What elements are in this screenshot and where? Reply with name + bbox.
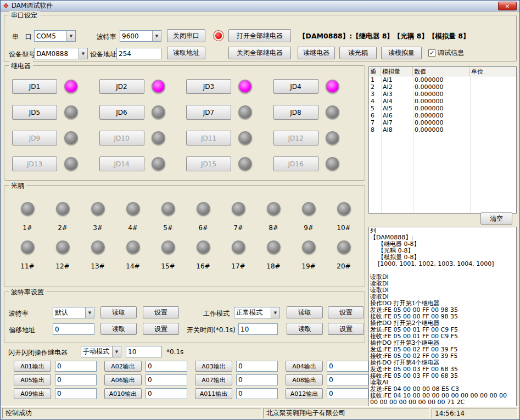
opto-cell: 11# — [10, 234, 45, 270]
relay-button-jd4[interactable]: JD4 — [273, 79, 318, 94]
ao-value-input[interactable] — [146, 388, 187, 399]
ao-button-a06输出[interactable]: A06输出 — [104, 374, 142, 385]
ao-value-input[interactable] — [146, 361, 187, 372]
relay-indicator — [238, 105, 252, 119]
read-opto-button[interactable]: 读光耦 — [339, 47, 377, 59]
analog-table[interactable]: 通 模拟量 数值 单位 1AI10.0000002AI20.0000003AI3… — [368, 66, 517, 214]
chevron-down-icon: ▼ — [152, 31, 161, 41]
baud-read-button[interactable]: 读取 — [100, 306, 137, 318]
table-row: 2AI20.000000 — [369, 83, 516, 91]
opto-label: 14# — [126, 262, 139, 270]
ao-value-input[interactable] — [146, 374, 187, 385]
ao-button-a05输出[interactable]: A05输出 — [14, 374, 51, 385]
title-bar: ❖ DAM调试软件 ✕ — [1, 1, 519, 12]
relay-button-jd8[interactable]: JD8 — [273, 105, 318, 120]
ao-button-a07输出[interactable]: A07输出 — [195, 374, 232, 385]
ao-button-a08输出[interactable]: A08输出 — [286, 374, 323, 385]
read-addr-button[interactable]: 读取地址 — [167, 47, 205, 59]
ao-button-a04输出[interactable]: A04输出 — [286, 361, 323, 372]
opto-cell: 18# — [256, 234, 291, 270]
opto-cell: 13# — [80, 234, 115, 270]
offset-read-button[interactable]: 读取 — [100, 323, 137, 335]
baud-select[interactable]: 9600 ▼ — [120, 30, 161, 42]
switch-time-read-button[interactable]: 读取 — [287, 323, 323, 335]
ao-value-input[interactable] — [236, 361, 278, 372]
relay-cell: JD15 — [186, 156, 273, 171]
relay-button-jd12[interactable]: JD12 — [273, 131, 318, 145]
log-area[interactable]: 列【DAM0888】: 【继电器 0-8】 【光耦 0-8】 【模拟量 0-8】… — [368, 227, 517, 407]
read-relay-button[interactable]: 读继电器 — [298, 47, 335, 59]
switch-time-input[interactable] — [238, 323, 278, 335]
table-cell: 0.000000 — [413, 126, 470, 133]
debug-info-checkbox[interactable]: ✓ 调试信息 — [428, 48, 464, 58]
com-port-select[interactable]: COM5 ▼ — [34, 30, 76, 42]
relay-button-jd2[interactable]: JD2 — [99, 79, 144, 94]
device-addr-input[interactable] — [116, 48, 161, 59]
ao-cell: A03输出 — [195, 361, 286, 372]
flash-unit-label: *0.1s — [166, 348, 183, 356]
ao-value-input[interactable] — [327, 388, 368, 399]
log-line: 【DAM0888】: — [370, 234, 515, 241]
relay-button-jd11[interactable]: JD11 — [186, 131, 231, 145]
ao-button-a010输出[interactable]: A010输出 — [104, 388, 142, 399]
flash-mode-select[interactable]: 手动模式 ▼ — [81, 346, 121, 357]
open-all-relays-button[interactable]: 打开全部继电器 — [228, 29, 291, 42]
work-mode-set-button[interactable]: 设置 — [328, 306, 364, 318]
ao-button-a09输出[interactable]: A09输出 — [14, 388, 51, 399]
relay-button-jd6[interactable]: JD6 — [99, 105, 144, 120]
ao-button-a011输出[interactable]: A011输出 — [195, 388, 232, 399]
baud-setting-select[interactable]: 默认 ▼ — [53, 307, 94, 318]
opto-indicator — [267, 240, 281, 254]
ao-value-input[interactable] — [236, 388, 278, 399]
log-line: 接收:FE 05 00 01 FF 00 C9 F5 — [370, 333, 515, 340]
table-cell: 2 — [369, 83, 381, 91]
opto-indicator — [302, 240, 316, 254]
opto-cell: 4# — [115, 195, 150, 232]
opto-indicator — [126, 240, 140, 254]
baud-set-button[interactable]: 设置 — [143, 306, 179, 318]
relay-button-jd3[interactable]: JD3 — [186, 79, 231, 94]
device-model-select[interactable]: DAM0888 ▼ — [34, 48, 88, 59]
ao-value-input[interactable] — [55, 374, 97, 385]
work-mode-label: 工作模式 — [203, 309, 230, 318]
relay-button-jd7[interactable]: JD7 — [186, 105, 231, 120]
ao-button-a012输出[interactable]: A012输出 — [286, 388, 323, 399]
table-cell: AI8 — [381, 126, 413, 133]
table-cell: 7 — [369, 119, 381, 126]
ao-value-input[interactable] — [327, 361, 368, 372]
close-port-button[interactable]: 关闭串口 — [167, 29, 205, 42]
relay-button-jd1[interactable]: JD1 — [12, 79, 57, 94]
offset-set-button[interactable]: 设置 — [143, 323, 179, 335]
ao-button-a01输出[interactable]: A01输出 — [14, 361, 51, 372]
table-cell — [470, 112, 516, 119]
status-bar: 控制成功 北京聚英翱翔电子有限公司 14:56:14 — [1, 406, 519, 419]
relay-button-jd10[interactable]: JD10 — [99, 131, 144, 145]
ao-value-input[interactable] — [55, 361, 97, 372]
work-mode-read-button[interactable]: 读取 — [287, 306, 323, 318]
close-all-relays-button[interactable]: 关闭全部继电器 — [228, 47, 291, 59]
switch-time-set-button[interactable]: 设置 — [328, 323, 364, 335]
read-analog-button[interactable]: 读模拟量 — [381, 47, 422, 59]
offset-addr-input[interactable] — [53, 323, 94, 335]
baud-label: 波特率 — [97, 32, 116, 42]
ao-value-input[interactable] — [327, 374, 368, 385]
ao-button-a03输出[interactable]: A03输出 — [195, 361, 232, 372]
ao-value-input[interactable] — [55, 388, 97, 399]
clear-button[interactable]: 清空 — [480, 212, 512, 225]
relay-button-jd15[interactable]: JD15 — [186, 156, 231, 171]
close-button[interactable]: ✕ — [498, 2, 517, 10]
log-line: 接收:FE 05 00 00 FF 00 98 35 — [370, 313, 515, 320]
opto-indicator — [161, 240, 175, 254]
ao-value-input[interactable] — [236, 374, 278, 385]
work-mode-select[interactable]: 正常模式 ▼ — [234, 307, 280, 318]
log-line: 接收:FE 05 00 03 FF 00 68 35 — [370, 373, 515, 379]
log-line: 操作DO 打开第4个继电器 — [370, 360, 515, 366]
relay-button-jd5[interactable]: JD5 — [12, 105, 57, 120]
ao-button-a02输出[interactable]: A02输出 — [104, 361, 142, 372]
relay-button-jd9[interactable]: JD9 — [12, 131, 57, 145]
relay-button-jd14[interactable]: JD14 — [99, 156, 144, 171]
checkbox-box: ✓ — [428, 49, 435, 57]
relay-button-jd16[interactable]: JD16 — [273, 156, 318, 171]
flash-time-input[interactable] — [126, 346, 162, 357]
relay-button-jd13[interactable]: JD13 — [12, 156, 57, 171]
